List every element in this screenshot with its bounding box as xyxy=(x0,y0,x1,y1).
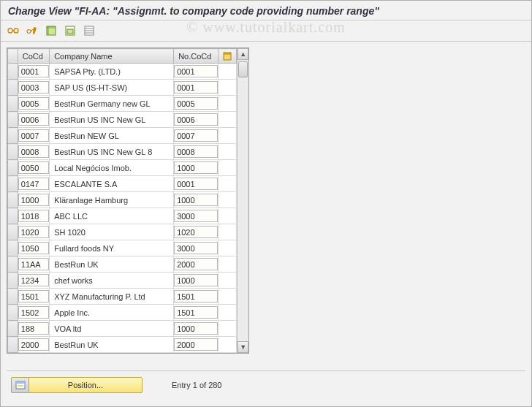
cocd-input[interactable] xyxy=(18,210,49,222)
scroll-thumb[interactable] xyxy=(238,61,248,77)
configure-columns-icon[interactable] xyxy=(223,51,232,61)
table-row[interactable]: Kläranlage Hamburg xyxy=(8,192,237,208)
table-row[interactable]: VOA ltd xyxy=(8,321,237,337)
table-row[interactable]: SH 1020 xyxy=(8,224,237,240)
no-cocd-input[interactable] xyxy=(174,258,218,270)
cocd-input[interactable] xyxy=(18,161,49,174)
no-cocd-input[interactable] xyxy=(174,306,218,319)
row-selector[interactable] xyxy=(8,208,18,224)
row-selector[interactable] xyxy=(8,192,18,208)
no-cocd-input[interactable] xyxy=(174,161,218,174)
row-selector[interactable] xyxy=(8,240,18,256)
cocd-input[interactable] xyxy=(18,178,49,190)
row-selector[interactable] xyxy=(8,256,18,273)
toolbar-other-view-button[interactable] xyxy=(5,23,21,38)
row-selector[interactable] xyxy=(8,337,18,353)
no-cocd-input[interactable] xyxy=(174,242,218,254)
row-selector[interactable] xyxy=(8,305,18,321)
table-row[interactable]: BestRun US INC New GL 8 xyxy=(8,144,237,160)
no-cocd-input[interactable] xyxy=(174,322,218,335)
no-cocd-input[interactable] xyxy=(174,338,218,351)
table-row[interactable]: BestRun NEW GL xyxy=(8,128,237,144)
cell-no-cocd xyxy=(174,64,218,80)
table-row[interactable]: Fullard foods NY xyxy=(8,240,237,256)
cell-company-name: SH 1020 xyxy=(50,224,174,240)
cocd-input[interactable] xyxy=(18,322,49,335)
row-selector[interactable] xyxy=(8,224,18,240)
company-name-text: ESCALANTE S.A xyxy=(50,178,173,191)
row-selector[interactable] xyxy=(8,321,18,337)
header-configure[interactable] xyxy=(218,49,237,64)
no-cocd-input[interactable] xyxy=(174,113,218,126)
sap-window: Change View "FI-AA: "Assignmt. to compan… xyxy=(0,0,532,407)
row-selector[interactable] xyxy=(8,160,18,176)
row-selector[interactable] xyxy=(8,96,18,112)
header-no-cocd[interactable]: No.CoCd xyxy=(174,49,218,64)
cocd-input[interactable] xyxy=(18,290,49,303)
table-row[interactable]: ESCALANTE S.A xyxy=(8,176,237,192)
header-company-name[interactable]: Company Name xyxy=(50,49,174,64)
no-cocd-input[interactable] xyxy=(174,65,218,77)
table-row[interactable]: BestRun Germany new GL xyxy=(8,96,237,112)
header-selector[interactable] xyxy=(8,49,18,64)
no-cocd-input[interactable] xyxy=(174,194,218,206)
cocd-input[interactable] xyxy=(18,194,49,206)
company-name-text: BestRun UK xyxy=(50,258,173,271)
cocd-input[interactable] xyxy=(18,97,49,110)
position-button[interactable]: Position... xyxy=(11,377,142,393)
company-name-text: BestRun UK xyxy=(50,338,173,351)
cell-company-name: SAP US (IS-HT-SW) xyxy=(50,80,174,96)
company-name-text: BestRun US INC New GL xyxy=(50,113,173,126)
no-cocd-input[interactable] xyxy=(174,226,218,238)
no-cocd-input[interactable] xyxy=(174,145,218,158)
table-row[interactable]: Apple Inc. xyxy=(8,305,237,321)
toolbar-change-button[interactable] xyxy=(24,23,40,38)
header-cocd[interactable]: CoCd xyxy=(18,49,49,64)
toolbar-select-all-button[interactable] xyxy=(43,23,59,38)
no-cocd-input[interactable] xyxy=(174,290,218,303)
cocd-input[interactable] xyxy=(18,274,49,286)
no-cocd-input[interactable] xyxy=(174,210,218,222)
scroll-down-button[interactable]: ▼ xyxy=(238,341,248,353)
cocd-input[interactable] xyxy=(18,306,49,319)
table-row[interactable]: SAPSA Pty. (LTD.) xyxy=(8,64,237,80)
toolbar-deselect-button[interactable] xyxy=(81,23,97,38)
company-code-table[interactable]: CoCd Company Name No.CoCd SAPSA Pty. (LT… xyxy=(7,48,237,353)
cocd-input[interactable] xyxy=(18,145,49,158)
cocd-input[interactable] xyxy=(18,258,49,270)
cocd-input[interactable] xyxy=(18,242,49,254)
table-row[interactable]: BestRun UK xyxy=(8,256,237,273)
no-cocd-input[interactable] xyxy=(174,274,218,286)
vertical-scrollbar[interactable]: ▲ ▼ xyxy=(237,48,248,353)
cocd-input[interactable] xyxy=(18,65,49,77)
row-selector[interactable] xyxy=(8,273,18,289)
cocd-input[interactable] xyxy=(18,338,49,351)
table-row[interactable]: SAP US (IS-HT-SW) xyxy=(8,80,237,96)
cocd-input[interactable] xyxy=(18,81,49,94)
no-cocd-input[interactable] xyxy=(174,129,218,142)
table-row[interactable]: chef works xyxy=(8,273,237,289)
no-cocd-input[interactable] xyxy=(174,81,218,94)
cocd-input[interactable] xyxy=(18,113,49,126)
table-row[interactable]: BestRun US INC New GL xyxy=(8,112,237,128)
table-row[interactable]: XYZ Manufacturing P. Ltd xyxy=(8,289,237,305)
row-selector[interactable] xyxy=(8,289,18,305)
scroll-track[interactable] xyxy=(238,60,248,341)
cell-cocd xyxy=(18,96,49,112)
no-cocd-input[interactable] xyxy=(174,97,218,110)
toolbar-save-button[interactable] xyxy=(62,23,78,38)
row-selector[interactable] xyxy=(8,128,18,144)
row-selector[interactable] xyxy=(8,64,18,80)
cocd-input[interactable] xyxy=(18,129,49,142)
cocd-input[interactable] xyxy=(18,226,49,238)
cell-no-cocd xyxy=(174,80,218,96)
table-row[interactable]: Local Negócios Imob. xyxy=(8,160,237,176)
row-selector[interactable] xyxy=(8,112,18,128)
scroll-up-button[interactable]: ▲ xyxy=(238,48,248,60)
row-selector[interactable] xyxy=(8,176,18,192)
row-selector[interactable] xyxy=(8,144,18,160)
row-selector[interactable] xyxy=(8,80,18,96)
table-row[interactable]: BestRun UK xyxy=(8,337,237,353)
table-row[interactable]: ABC LLC xyxy=(8,208,237,224)
no-cocd-input[interactable] xyxy=(174,178,218,190)
